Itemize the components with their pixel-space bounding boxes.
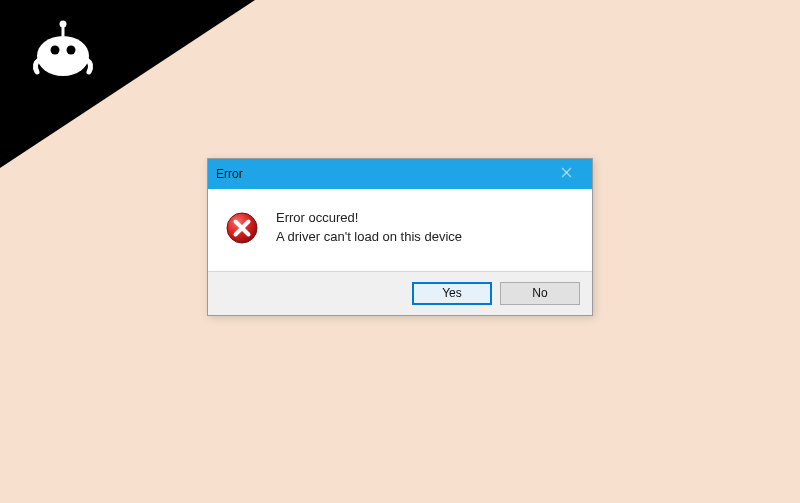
button-row: Yes No (208, 272, 592, 315)
svg-rect-1 (45, 38, 81, 62)
titlebar: Error (208, 159, 592, 189)
svg-point-5 (60, 21, 67, 28)
svg-point-3 (67, 46, 76, 55)
dialog-title: Error (216, 167, 243, 181)
brand-robot-logo (23, 10, 103, 90)
message-line-1: Error occured! (276, 209, 462, 228)
close-button[interactable] (546, 163, 586, 185)
dialog-message: Error occured! A driver can't load on th… (276, 209, 462, 247)
yes-button[interactable]: Yes (412, 282, 492, 305)
message-line-2: A driver can't load on this device (276, 228, 462, 247)
svg-point-2 (51, 46, 60, 55)
error-dialog: Error (207, 158, 593, 316)
no-button[interactable]: No (500, 282, 580, 305)
error-icon (224, 210, 260, 246)
dialog-content: Error occured! A driver can't load on th… (208, 189, 592, 271)
close-icon (561, 167, 572, 181)
